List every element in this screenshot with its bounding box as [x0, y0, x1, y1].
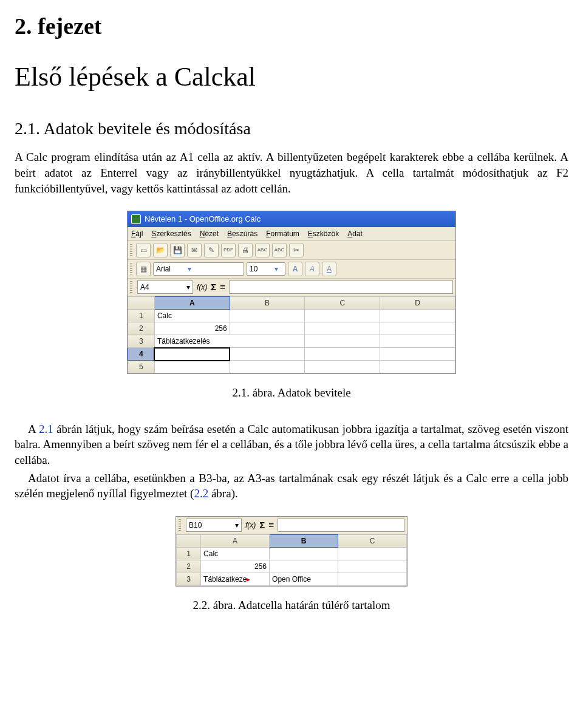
formula-input[interactable] — [278, 519, 404, 532]
cell[interactable] — [230, 322, 305, 335]
cell[interactable] — [305, 348, 380, 361]
cell[interactable] — [305, 322, 380, 335]
toolbar-grip-icon[interactable] — [179, 519, 181, 531]
cell[interactable] — [380, 322, 455, 335]
sum-icon[interactable]: Σ — [211, 281, 216, 293]
cell[interactable] — [230, 361, 305, 373]
format-toolbar: ▦ Arial ▾ 10 ▾ A A A — [128, 260, 455, 279]
corner-header[interactable] — [177, 534, 201, 547]
font-size-select[interactable]: 10 ▾ — [247, 262, 285, 276]
cell[interactable] — [380, 361, 455, 373]
cell[interactable] — [380, 310, 455, 322]
font-name-select[interactable]: Arial ▾ — [153, 262, 244, 276]
row-header[interactable]: 3 — [128, 335, 155, 348]
toolbar-grip-icon[interactable] — [130, 244, 132, 256]
mail-icon[interactable]: ✉ — [187, 243, 202, 257]
name-box[interactable]: A4 ▾ — [137, 281, 193, 294]
menu-edit[interactable]: Szerkesztés — [151, 229, 191, 239]
toolbar-grip-icon[interactable] — [130, 281, 132, 293]
calc-window-crop: B10 ▾ f(x) Σ = A B C 1 Calc 2 25 — [176, 516, 407, 587]
menubar: Fájl Szerkesztés Nézet Beszúrás Formátum… — [128, 227, 455, 241]
pdf-icon[interactable]: PDF — [221, 243, 236, 257]
name-box[interactable]: B10 ▾ — [186, 519, 242, 532]
figure-1: Névtelen 1 - OpenOffice.org Calc Fájl Sz… — [15, 211, 568, 400]
paragraph-3: Adatot írva a cellába, esetünkben a B3-b… — [15, 471, 568, 502]
cell[interactable]: Calc — [154, 310, 230, 322]
cell[interactable] — [305, 335, 380, 348]
row-header[interactable]: 5 — [128, 361, 155, 373]
menu-data[interactable]: Adat — [347, 229, 363, 239]
corner-header[interactable] — [128, 297, 155, 310]
cell[interactable] — [380, 335, 455, 348]
cell[interactable] — [154, 361, 230, 373]
menu-insert[interactable]: Beszúrás — [227, 229, 257, 239]
row-header[interactable]: 2 — [177, 560, 201, 573]
cell[interactable] — [338, 560, 407, 573]
cell[interactable] — [270, 560, 338, 573]
cell[interactable] — [338, 573, 407, 585]
figure-1-caption: 2.1. ábra. Adatok bevitele — [15, 385, 568, 401]
active-cell[interactable] — [154, 348, 230, 361]
cell-reference: B10 — [189, 520, 202, 530]
spreadsheet-grid[interactable]: A B C D 1 Calc 2 256 3 Táblázatk — [128, 296, 455, 373]
formula-input[interactable] — [229, 281, 453, 294]
font-size-value: 10 — [250, 264, 257, 274]
save-icon[interactable]: 💾 — [170, 243, 185, 257]
cell[interactable]: 256 — [154, 322, 230, 335]
cut-icon[interactable]: ✂ — [289, 243, 304, 257]
spellcheck-icon[interactable]: ABC — [255, 243, 270, 257]
cell-truncated[interactable]: Táblázatkeze▸ — [201, 573, 270, 585]
col-header-D[interactable]: D — [380, 297, 455, 310]
font-name-value: Arial — [156, 264, 171, 274]
toolbar-grip-icon[interactable] — [130, 263, 132, 275]
cell[interactable]: Calc — [201, 547, 270, 560]
menu-tools[interactable]: Eszközök — [308, 229, 339, 239]
row-header[interactable]: 2 — [128, 322, 155, 335]
cell[interactable] — [230, 348, 305, 361]
edit-doc-icon[interactable]: ✎ — [204, 243, 219, 257]
formula-bar: B10 ▾ f(x) Σ = — [176, 517, 407, 534]
sum-icon[interactable]: Σ — [259, 519, 265, 531]
function-wizard-icon[interactable]: f(x) — [197, 282, 207, 292]
cell[interactable]: 256 — [201, 560, 270, 573]
cell[interactable] — [270, 547, 338, 560]
calc-window: Névtelen 1 - OpenOffice.org Calc Fájl Sz… — [127, 211, 456, 374]
row-header[interactable]: 3 — [177, 573, 201, 585]
col-header-C[interactable]: C — [338, 534, 407, 547]
cell[interactable] — [305, 361, 380, 373]
standard-toolbar: ▭ 📂 💾 ✉ ✎ PDF 🖨 ABC ABC ✂ — [128, 241, 455, 260]
open-icon[interactable]: 📂 — [153, 243, 168, 257]
col-header-C[interactable]: C — [305, 297, 380, 310]
row-header[interactable]: 1 — [128, 310, 155, 322]
auto-spellcheck-icon[interactable]: ABC — [272, 243, 287, 257]
print-icon[interactable]: 🖨 — [238, 243, 253, 257]
section-title: 2.1. Adatok bevitele és módosítása — [15, 117, 568, 140]
styles-icon[interactable]: ▦ — [136, 262, 151, 276]
chevron-down-icon: ▾ — [188, 264, 191, 274]
function-wizard-icon[interactable]: f(x) — [245, 520, 256, 530]
row-header-selected[interactable]: 4 — [128, 348, 155, 361]
cell[interactable] — [305, 310, 380, 322]
equals-icon[interactable]: = — [268, 519, 274, 531]
menu-file[interactable]: Fájl — [131, 229, 143, 239]
menu-format[interactable]: Formátum — [266, 229, 299, 239]
cell[interactable]: Táblázatkezelés — [154, 335, 305, 348]
bold-icon[interactable]: A — [288, 262, 302, 276]
underline-icon[interactable]: A — [322, 262, 336, 276]
col-header-A[interactable]: A — [201, 534, 270, 547]
menu-view[interactable]: Nézet — [200, 229, 219, 239]
equals-icon[interactable]: = — [220, 281, 225, 293]
cell[interactable] — [380, 348, 455, 361]
italic-icon[interactable]: A — [305, 262, 319, 276]
figure-ref-link[interactable]: 2.1 — [39, 423, 53, 435]
col-header-B[interactable]: B — [270, 534, 338, 547]
cell[interactable] — [338, 547, 407, 560]
new-doc-icon[interactable]: ▭ — [136, 243, 151, 257]
cell[interactable] — [230, 310, 305, 322]
figure-ref-link[interactable]: 2.2 — [194, 487, 208, 500]
col-header-B[interactable]: B — [230, 297, 305, 310]
spreadsheet-grid[interactable]: A B C 1 Calc 2 256 3 Táblázatkeze▸ — [176, 534, 407, 586]
row-header[interactable]: 1 — [177, 547, 201, 560]
cell[interactable]: Open Office — [270, 573, 338, 585]
col-header-A[interactable]: A — [154, 297, 230, 310]
